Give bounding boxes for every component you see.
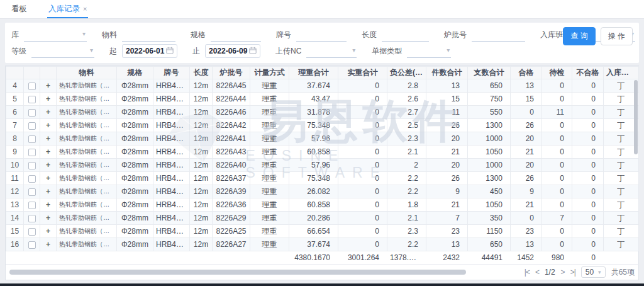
row-index-header: [6, 67, 24, 79]
table-row[interactable]: 9+热轧带肋钢筋（抗震）Φ28mmHRB400E12m8226A43理重60.8…: [6, 146, 639, 159]
cell-length: 12m: [190, 212, 213, 225]
cell-qualified: 26: [511, 119, 542, 132]
cell-length: 12m: [190, 185, 213, 198]
row-checkbox[interactable]: [28, 135, 36, 143]
cell-actual-total: 0: [338, 198, 387, 212]
query-button[interactable]: 查 询: [563, 27, 595, 45]
furnace-no-input[interactable]: [472, 28, 525, 42]
tab-close-icon[interactable]: ×: [83, 6, 87, 13]
expand-icon[interactable]: +: [43, 174, 53, 183]
row-checkbox[interactable]: [28, 215, 36, 222]
row-checkbox[interactable]: [28, 202, 36, 209]
table-row[interactable]: 16+热轧带肋钢筋（抗震）Φ28mmHRB400E12m8226A27理重37.…: [6, 238, 639, 251]
row-checkbox[interactable]: [28, 228, 36, 236]
column-header-furnace-no: 炉批号: [213, 67, 250, 79]
row-checkbox[interactable]: [28, 149, 36, 156]
cell-material: 热轧带肋钢筋（抗震）: [57, 79, 117, 93]
chevron-down-icon: ▾: [598, 269, 601, 275]
expand-icon[interactable]: +: [43, 187, 53, 196]
total-qualified: 1452: [511, 251, 542, 265]
pagination-next-icon[interactable]: >: [561, 268, 565, 277]
expand-icon[interactable]: +: [43, 227, 53, 236]
cell-length: 12m: [190, 198, 213, 212]
row-checkbox[interactable]: [28, 122, 36, 130]
cell-spec: Φ28mm: [117, 159, 153, 172]
row-checkbox[interactable]: [28, 188, 36, 196]
cell-pieces-total: 20: [426, 132, 468, 146]
table-row[interactable]: 7+热轧带肋钢筋（抗震）Φ28mmHRB400E12m8226A42理重75.3…: [6, 119, 639, 132]
table-row[interactable]: 6+热轧带肋钢筋（抗震）Φ28mmHRB400E12m8226A46理重31.8…: [6, 106, 639, 119]
cell-bars-total: 1050: [468, 146, 511, 159]
cell-actual-total: 0: [338, 119, 387, 132]
row-checkbox[interactable]: [28, 162, 36, 169]
filter-panel: 库▾物料规格牌号长度炉批号入库班组▾ 等级▾起2022-06-01止2022-0…: [5, 23, 639, 63]
filter-item-spec: 规格: [191, 28, 261, 42]
brand-input[interactable]: [296, 28, 347, 42]
cell-team: 丁: [604, 185, 639, 198]
length-input[interactable]: [382, 28, 429, 42]
pagination-last-icon[interactable]: >|: [570, 268, 575, 277]
table-row[interactable]: 4+热轧带肋钢筋（抗震）Φ28mmHRB400E12m8226A45理重37.6…: [6, 79, 639, 93]
cell-brand: HRB400E: [153, 238, 190, 251]
date-from-date-input[interactable]: 2022-06-01: [122, 44, 177, 58]
row-checkbox[interactable]: [28, 241, 36, 249]
table-row[interactable]: 15+热轧带肋钢筋（抗震）Φ28mmHRB400E12m8226A25理重66.…: [6, 225, 639, 238]
spec-input[interactable]: [211, 28, 261, 42]
table-row[interactable]: 12+热轧带肋钢筋（抗震）Φ28mmHRB400E12m8226A39理重26.…: [6, 185, 639, 198]
doc-type-select[interactable]: ▾: [407, 44, 451, 58]
pagination-page-indicator: 1/2: [545, 268, 555, 277]
cell-furnace-no: 8226A25: [213, 225, 250, 238]
pagination-first-icon[interactable]: |<: [525, 268, 530, 277]
cell-tolerance: 2.6: [387, 93, 426, 106]
cell-actual-total: 0: [338, 185, 387, 198]
upload-nc-select[interactable]: ▾: [306, 44, 357, 58]
cell-furnace-no: 8226A27: [213, 238, 250, 251]
table-card: 物料规格牌号长度炉批号计量方式理重合计实重合计负公差(%)件数合计支数合计合格待…: [5, 66, 639, 280]
filter-label-material: 物料: [102, 30, 117, 40]
expand-icon[interactable]: +: [43, 108, 53, 117]
column-header-unqualified: 不合格: [572, 67, 604, 79]
expand-icon[interactable]: +: [43, 161, 53, 169]
pagination-prev-icon[interactable]: <: [535, 268, 539, 277]
expand-icon[interactable]: +: [43, 240, 53, 249]
tab-dashboard[interactable]: 看板: [10, 0, 28, 18]
expand-icon[interactable]: +: [43, 121, 53, 130]
cell-furnace-no: 8226A46: [213, 106, 250, 119]
expand-icon[interactable]: +: [43, 81, 53, 90]
tab-inbound-records[interactable]: 入库记录 ×: [47, 0, 88, 18]
horizontal-scrollbar-thumb[interactable]: [9, 270, 466, 275]
cell-method: 理重: [250, 132, 289, 146]
table-row[interactable]: 13+热轧带肋钢筋（抗震）Φ28mmHRB400E12m8226A36理重60.…: [6, 198, 639, 212]
cell-unqualified: 0: [572, 132, 604, 146]
filter-item-doc-type: 单据类型▾: [372, 44, 451, 58]
cell-team: 丁: [604, 172, 639, 185]
expand-icon[interactable]: +: [43, 134, 53, 143]
expand-icon[interactable]: +: [43, 94, 53, 103]
row-checkbox[interactable]: [28, 96, 36, 103]
material-input[interactable]: [122, 28, 175, 42]
date-to-date-input[interactable]: 2022-06-09: [205, 44, 260, 58]
table-row[interactable]: 8+热轧带肋钢筋（抗震）Φ28mmHRB400E12m8226A41理重57.9…: [6, 132, 639, 146]
cell-unqualified: 0: [572, 172, 604, 185]
table-row[interactable]: 10+热轧带肋钢筋（抗震）Φ28mmHRB400E12m8226A40理重57.…: [6, 159, 639, 172]
table-row[interactable]: 14+热轧带肋钢筋（抗震）Φ28mmHRB400E12m8226A29理重20.…: [6, 212, 639, 225]
table-row[interactable]: 11+热轧带肋钢筋（抗震）Φ28mmHRB400E12m8226A37理重75.…: [6, 172, 639, 185]
filter-label-spec: 规格: [191, 30, 206, 40]
page-size-select[interactable]: 50 ▾: [581, 266, 606, 278]
grade-select[interactable]: ▾: [31, 44, 94, 58]
warehouse-select[interactable]: ▾: [24, 28, 87, 42]
row-index: 8: [6, 132, 24, 146]
cell-bars-total: 750: [468, 93, 511, 106]
row-checkbox[interactable]: [28, 83, 36, 90]
expand-icon[interactable]: +: [43, 200, 53, 209]
table-row[interactable]: 5+热轧带肋钢筋（抗震）Φ28mmHRB400E12m8226A44理重43.4…: [6, 93, 639, 106]
action-button[interactable]: 操 作: [601, 27, 633, 45]
expand-icon[interactable]: +: [43, 147, 53, 156]
row-checkbox[interactable]: [28, 175, 36, 183]
column-header-bars-total: 支数合计: [468, 67, 511, 79]
horizontal-scrollbar[interactable]: [9, 270, 466, 275]
expand-icon[interactable]: +: [43, 214, 53, 222]
vertical-scrollbar-thumb[interactable]: [634, 80, 638, 154]
cell-brand: HRB400E: [153, 132, 190, 146]
row-checkbox[interactable]: [28, 109, 36, 117]
